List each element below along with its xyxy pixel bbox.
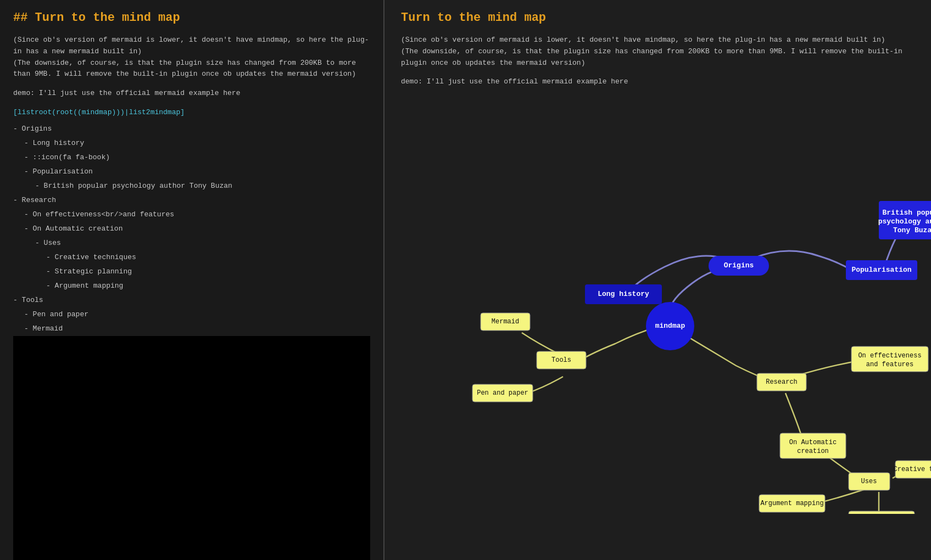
right-description: (Since ob's version of mermaid is lower,… <box>401 35 915 69</box>
left-desc1: (Since ob's version of mermaid is lower,… <box>13 36 369 55</box>
outline-argument: - Argument mapping <box>46 279 370 293</box>
node-tony-buzan-text2: psychology author <box>878 218 931 226</box>
node-pen-paper-text: Pen and paper <box>477 390 528 397</box>
outline-origins: - Origins <box>13 122 370 136</box>
outline-pen: - Pen and paper <box>24 307 370 322</box>
node-origins-text: Origins <box>724 262 754 270</box>
right-desc2: (The downside, of course, is that the pl… <box>401 47 902 67</box>
left-title: ## Turn to the mind map <box>13 11 370 25</box>
mindmap-svg: British popular psychology author Tony B… <box>401 97 931 514</box>
node-automatic-text2: creation <box>797 448 829 456</box>
node-tools-text: Tools <box>551 357 571 365</box>
outline-effectiveness: - On effectiveness<br/>and features <box>24 208 370 222</box>
edge-research-automatic <box>785 393 802 437</box>
outline-strategic: - Strategic planning <box>46 265 370 279</box>
left-demo: demo: I'll just use the official mermaid… <box>13 89 370 97</box>
left-desc2: (The downside, of course, is that the pl… <box>13 59 356 79</box>
node-mindmap-text: mindmap <box>655 322 685 331</box>
outline-tony-buzan: - British popular psychology author Tony… <box>35 179 370 193</box>
right-desc1: (Since ob's version of mermaid is lower,… <box>401 36 885 44</box>
node-automatic-text1: On Automatic <box>789 439 837 447</box>
left-outline: - Origins - Long history - ::icon(fa fa-… <box>13 122 370 336</box>
outline-icon: - ::icon(fa fa-book) <box>24 150 370 165</box>
node-tony-buzan-text3: Tony Buzan <box>893 227 931 235</box>
node-effectiveness-text2: and features <box>866 361 913 369</box>
node-creative-text: Creative techniques <box>894 466 931 474</box>
node-strategic <box>849 511 915 514</box>
outline-research: - Research <box>13 193 370 208</box>
left-black-area <box>13 336 370 560</box>
edge-uses-argument <box>818 489 865 503</box>
left-panel: ## Turn to the mind map (Since ob's vers… <box>0 0 384 560</box>
right-panel: Turn to the mind map (Since ob's version… <box>384 0 931 560</box>
node-argument-text: Argument mapping <box>760 500 823 508</box>
left-description: (Since ob's version of mermaid is lower,… <box>13 35 370 80</box>
node-effectiveness-text1: On effectiveness <box>858 352 921 360</box>
right-demo: demo: I'll just use the official mermaid… <box>401 77 915 86</box>
outline-uses: - Uses <box>35 236 370 250</box>
right-title: Turn to the mind map <box>401 11 915 25</box>
node-mermaid-text: Mermaid <box>492 318 519 326</box>
node-tony-buzan-text1: British popular <box>882 209 931 217</box>
outline-mermaid: - Mermaid <box>24 322 370 336</box>
outline-long-history: - Long history <box>24 136 370 150</box>
outline-tools: - Tools <box>13 293 370 307</box>
outline-creative: - Creative techniques <box>46 250 370 265</box>
node-long-history-text: Long history <box>598 290 649 299</box>
node-uses-text: Uses <box>861 478 877 486</box>
left-code-link[interactable]: [listroot(root((mindmap)))|list2mindmap] <box>13 108 370 116</box>
outline-automatic: - On Automatic creation <box>24 222 370 236</box>
node-research-text: Research <box>766 379 798 387</box>
node-popularisation-text: Popularisation <box>851 266 911 275</box>
mindmap-container: British popular psychology author Tony B… <box>401 97 915 525</box>
outline-popularisation: - Popularisation <box>24 165 370 179</box>
